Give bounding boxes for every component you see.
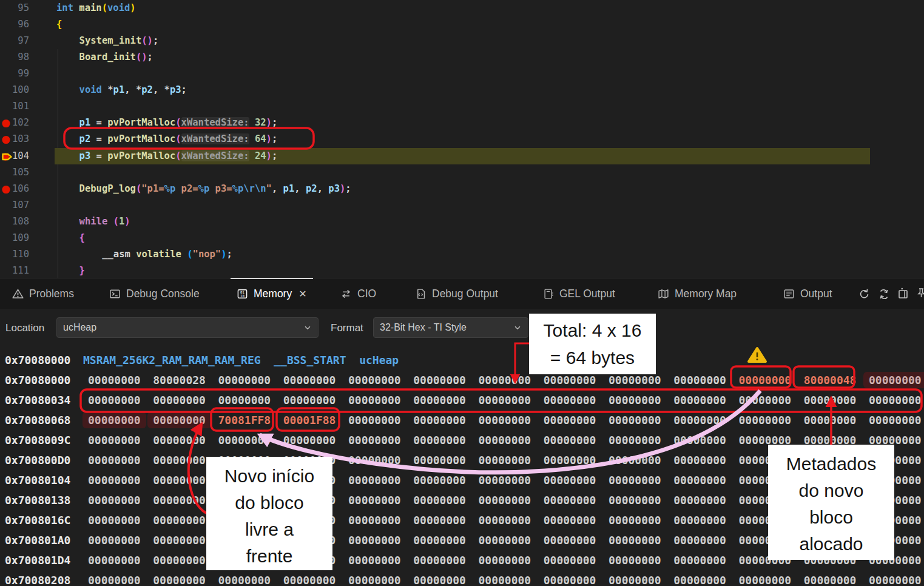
memory-cell[interactable]: 00000000 — [673, 534, 726, 547]
code-line-100[interactable]: 100void *p1, *p2, *p3; — [0, 82, 924, 98]
memory-cell[interactable]: 00000000 — [88, 494, 141, 507]
memory-cell[interactable]: 00000000 — [544, 394, 596, 406]
memory-cell[interactable]: 00000000 — [479, 414, 531, 426]
memory-cell[interactable]: 00000000 — [544, 454, 596, 466]
code-line-97[interactable]: 97System_init(); — [0, 33, 924, 49]
code-editor[interactable]: 95int main(void)96{97System_init();98Boa… — [0, 0, 924, 278]
memory-cell[interactable]: 00000000 — [283, 574, 336, 586]
memory-cell[interactable]: 00000000 — [413, 574, 466, 586]
memory-cell[interactable]: 00000000 — [88, 434, 141, 446]
memory-cell[interactable]: 00000000 — [544, 514, 596, 527]
memory-cell[interactable]: 00000000 — [479, 434, 531, 446]
tab-cio[interactable]: CIO — [334, 278, 382, 309]
new-memory-view-icon[interactable] — [897, 287, 910, 300]
format-combobox[interactable]: 32-Bit Hex - TI Style — [373, 317, 528, 338]
memory-cell[interactable]: 00000000 — [804, 394, 857, 406]
memory-cell[interactable]: 00000000 — [673, 414, 726, 426]
tab-output[interactable]: Output — [777, 278, 838, 309]
code-line-107[interactable]: 107 — [0, 197, 924, 214]
memory-cell[interactable]: 00000000 — [609, 514, 661, 527]
memory-cell[interactable]: 00000000 — [348, 574, 401, 586]
memory-cell[interactable]: 00000000 — [609, 494, 661, 507]
memory-cell[interactable]: 00000000 — [348, 534, 401, 547]
memory-cell[interactable]: 00000000 — [348, 414, 401, 426]
memory-cell[interactable]: 00000000 — [673, 494, 726, 507]
memory-cell[interactable]: 00000000 — [348, 474, 401, 487]
pin-icon[interactable] — [914, 287, 924, 300]
code-line-106[interactable]: 106DebugP_log("p1=%p p2=%p p3=%p\r\n", p… — [0, 181, 924, 197]
location-combobox[interactable]: ucHeap — [56, 317, 319, 338]
tab-memory[interactable]: 0110Memory✕ — [231, 278, 313, 309]
memory-cell[interactable]: 00000000 — [348, 454, 401, 466]
memory-cell[interactable]: 00000000 — [479, 374, 531, 386]
memory-cell[interactable]: 00000000 — [153, 514, 206, 527]
memory-cell[interactable]: 00000000 — [413, 514, 466, 527]
memory-cell[interactable]: 00000000 — [479, 394, 531, 406]
memory-cell[interactable]: 00000000 — [413, 534, 466, 547]
auto-refresh-icon[interactable] — [877, 287, 891, 300]
memory-cell[interactable]: 00000000 — [218, 394, 271, 406]
memory-cell[interactable]: 00000000 — [153, 534, 206, 547]
close-icon[interactable]: ✕ — [298, 288, 306, 300]
tab-debug-output[interactable]: Debug Output — [409, 278, 504, 309]
memory-cell[interactable]: 00000000 — [479, 574, 531, 586]
memory-cell[interactable]: 00000000 — [869, 574, 922, 586]
memory-cell[interactable]: 00000000 — [804, 414, 857, 426]
memory-cell[interactable]: 00000000 — [147, 412, 211, 428]
code-line-109[interactable]: 109{ — [0, 230, 924, 246]
memory-cell[interactable]: 00000000 — [348, 494, 401, 507]
memory-cell[interactable]: 00000000 — [609, 574, 661, 586]
memory-cell[interactable]: 00000000 — [673, 514, 726, 527]
memory-cell[interactable]: 00000000 — [609, 414, 661, 426]
memory-cell[interactable]: 00000000 — [88, 554, 141, 567]
memory-cell[interactable]: 00000000 — [413, 454, 466, 466]
memory-cell[interactable]: 00000000 — [283, 374, 336, 386]
tab-gel-output[interactable]: GEL Output — [536, 278, 621, 309]
memory-cell[interactable]: 00000000 — [348, 554, 401, 567]
memory-cell[interactable]: 00000000 — [609, 454, 661, 466]
memory-cell[interactable]: 00000000 — [673, 574, 726, 586]
memory-cell[interactable]: 00000000 — [153, 454, 206, 466]
memory-cell[interactable]: 80000048 — [804, 374, 857, 386]
memory-cell[interactable]: 00000000 — [479, 494, 531, 507]
memory-cell[interactable]: 00000000 — [673, 434, 726, 446]
memory-cell[interactable]: 00000000 — [413, 414, 466, 426]
memory-cell[interactable]: 00000000 — [869, 394, 922, 406]
memory-cell[interactable]: 00000000 — [218, 434, 271, 446]
memory-cell[interactable]: 00000000 — [479, 554, 531, 567]
memory-cell[interactable]: 00000000 — [609, 474, 661, 487]
memory-cell[interactable]: 00000000 — [153, 474, 206, 487]
memory-cell[interactable]: 00000000 — [218, 374, 271, 386]
memory-cell[interactable]: 00000000 — [413, 434, 466, 446]
memory-cell[interactable]: 00000000 — [88, 574, 141, 586]
memory-cell[interactable]: 00000000 — [869, 414, 922, 426]
memory-cell[interactable]: 00000000 — [544, 434, 596, 446]
memory-cell[interactable]: 00000000 — [609, 534, 661, 547]
memory-cell[interactable]: 00000000 — [413, 374, 466, 386]
memory-cell[interactable]: 00000000 — [153, 434, 206, 446]
memory-cell[interactable]: 00000000 — [609, 554, 661, 567]
memory-cell[interactable]: 00000000 — [479, 474, 531, 487]
memory-cell[interactable]: 00000000 — [739, 574, 792, 586]
memory-cell[interactable]: 00000000 — [544, 554, 596, 567]
code-line-111[interactable]: 111} — [0, 263, 924, 279]
memory-cell[interactable]: 00000000 — [544, 474, 596, 487]
memory-cell[interactable]: 00000000 — [413, 554, 466, 567]
memory-cell[interactable]: 00000000 — [544, 414, 596, 426]
memory-cell[interactable]: 00000000 — [283, 434, 336, 446]
memory-cell[interactable]: 00000000 — [544, 494, 596, 507]
memory-cell[interactable]: 00000000 — [153, 554, 206, 567]
code-line-104[interactable]: 104p3 = pvPortMalloc(xWantedSize: 24); — [0, 148, 924, 164]
memory-cell[interactable]: 00000000 — [348, 394, 401, 406]
memory-cell[interactable]: 00000000 — [88, 534, 141, 547]
tab-memory-map[interactable]: Memory Map — [652, 278, 743, 309]
code-line-102[interactable]: 102p1 = pvPortMalloc(xWantedSize: 32); — [0, 115, 924, 131]
memory-cell[interactable]: 00000000 — [88, 374, 141, 386]
memory-cell[interactable]: 00000000 — [544, 574, 596, 586]
memory-cell[interactable]: 00000000 — [673, 374, 726, 386]
memory-cell[interactable]: 00000000 — [83, 412, 146, 428]
tab-problems[interactable]: Problems — [6, 278, 80, 309]
memory-cell[interactable]: 00000000 — [609, 374, 661, 386]
tab-debug-console[interactable]: Debug Console — [103, 278, 206, 309]
code-line-108[interactable]: 108while (1) — [0, 214, 924, 230]
